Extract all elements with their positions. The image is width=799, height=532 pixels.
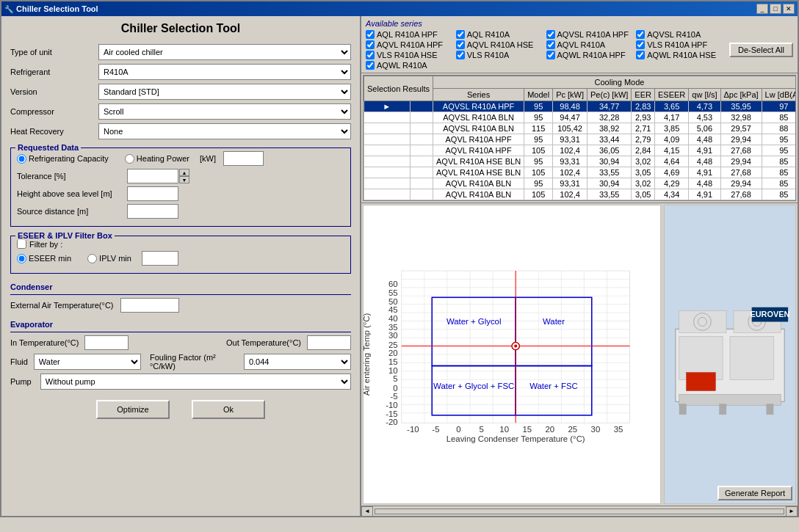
bottom-scrollbar[interactable]: ◄ ► xyxy=(361,506,798,516)
row-spacer xyxy=(410,145,433,156)
ok-button[interactable]: Ok xyxy=(192,400,265,419)
pump-row: Pump Without pump xyxy=(10,374,351,390)
type-of-unit-select[interactable]: Air cooled chiller xyxy=(98,44,351,60)
row-spacer xyxy=(410,101,433,112)
heating-power-radio[interactable]: Heating Power xyxy=(125,154,189,164)
cell-series: AQVL R410A BLN xyxy=(433,178,524,189)
table-row[interactable]: AQVL R410A HSE BLN9593,3130,943,024,644,… xyxy=(364,156,797,167)
svg-text:-20: -20 xyxy=(386,418,397,426)
series-checkbox-vls-hpf[interactable] xyxy=(636,40,645,49)
cell-eer: 3,05 xyxy=(632,189,655,200)
svg-text:20: 20 xyxy=(388,349,398,357)
out-temp-input[interactable]: 7 xyxy=(307,335,351,350)
col-eer: EER xyxy=(632,89,655,101)
scroll-left-btn[interactable]: ◄ xyxy=(361,506,373,517)
table-row[interactable]: AQVL R410A HPF9593,3133,442,794,094,4829… xyxy=(364,134,797,145)
chiller-photo-area: EUROVEN Generate Report xyxy=(664,205,796,504)
scroll-right-btn[interactable]: ► xyxy=(786,506,798,517)
version-select[interactable]: Standard [STD] xyxy=(98,84,351,100)
external-air-temp-input[interactable]: 35 xyxy=(120,298,179,313)
row-spacer xyxy=(410,112,433,123)
main-window: 🔧 Chiller Selection Tool _ □ ✕ Chiller S… xyxy=(0,0,799,517)
cell-pe_c_kw: 38,92 xyxy=(588,123,632,134)
cell-series: AQVL R410A HPF xyxy=(433,145,524,156)
series-label-aql-hpf: AQL R410A HPF xyxy=(377,30,438,39)
table-row[interactable]: AQVSL R410A BLN115105,4238,922,713,855,0… xyxy=(364,123,797,134)
minimize-button[interactable]: _ xyxy=(756,4,768,14)
table-row[interactable]: AQVSL R410A BLN9594,4732,282,934,174,533… xyxy=(364,112,797,123)
deselect-all-button[interactable]: De-Select All xyxy=(729,43,793,57)
tolerance-input[interactable]: 10 xyxy=(127,169,178,183)
svg-rect-80 xyxy=(687,373,716,391)
series-checkbox-vls-hse[interactable] xyxy=(366,51,375,59)
series-item-aqvl-hpf: AQVL R410A HPF xyxy=(366,40,453,49)
tolerance-label: Tolerance [%] xyxy=(17,172,127,181)
cell-model: 95 xyxy=(524,112,553,123)
series-checkbox-aql-hpf[interactable] xyxy=(366,30,375,39)
svg-text:35: 35 xyxy=(614,425,623,434)
col-deltapc: Δpc [kPa] xyxy=(720,89,762,101)
svg-text:Water: Water xyxy=(543,317,565,326)
series-checkbox-aqvsl-hpf[interactable] xyxy=(546,30,555,39)
series-checkbox-aqwl[interactable] xyxy=(366,61,375,70)
row-spacer xyxy=(410,156,433,167)
table-row[interactable]: AQVL R410A BLN105102,433,553,054,344,912… xyxy=(364,189,797,200)
cell-pc_kw: 94,47 xyxy=(553,112,588,123)
series-checkbox-aqwl-hse[interactable] xyxy=(636,51,645,59)
heat-recovery-label: Heat Recovery xyxy=(10,127,98,136)
cell-qw_ls: 5,06 xyxy=(689,123,720,134)
fluid-select[interactable]: Water xyxy=(34,354,141,370)
svg-text:45: 45 xyxy=(388,305,398,314)
table-row[interactable]: AQVL R410A BLN9593,3130,943,024,294,4829… xyxy=(364,178,797,189)
heat-recovery-select[interactable]: None xyxy=(98,123,351,139)
series-checkbox-aqvsl[interactable] xyxy=(636,30,645,39)
cell-qw_ls: 4,48 xyxy=(689,156,720,167)
maximize-button[interactable]: □ xyxy=(770,4,781,14)
optimize-button[interactable]: Optimize xyxy=(96,400,170,419)
refrigerant-select[interactable]: R410A xyxy=(98,64,351,80)
cell-eer: 2,71 xyxy=(632,123,655,134)
svg-text:40: 40 xyxy=(388,314,398,323)
fouling-factor-select[interactable]: 0.044 xyxy=(244,354,351,370)
in-temp-input[interactable]: 12 xyxy=(84,335,129,350)
series-checkbox-aqvl[interactable] xyxy=(546,40,555,49)
close-button[interactable]: ✕ xyxy=(783,4,795,14)
series-item-aqvl-hse: AQVL R410A HSE xyxy=(456,40,543,49)
tolerance-up-btn[interactable]: ▲ xyxy=(179,169,189,176)
iplv-min-radio[interactable]: IPLV min xyxy=(87,254,131,263)
capacity-input[interactable]: 100 xyxy=(223,151,264,166)
series-checkbox-vls[interactable] xyxy=(456,51,465,59)
source-distance-input[interactable]: 10 xyxy=(127,204,178,219)
eseer-iplv-row: ESEER min IPLV min 2 xyxy=(17,251,344,266)
filter-value-input[interactable]: 2 xyxy=(142,251,178,266)
eseer-min-radio[interactable]: ESEER min xyxy=(17,254,71,263)
height-input[interactable]: 0 xyxy=(127,186,178,201)
series-checkbox-aql[interactable] xyxy=(456,30,465,39)
svg-text:-5: -5 xyxy=(432,425,439,434)
table-row[interactable]: AQVL R410A HPF105102,436,052,844,154,912… xyxy=(364,145,797,156)
external-air-temp-row: External Air Temperature(°C) 35 xyxy=(10,298,351,313)
chart-area: Water + Glycol Water Water + Glycol + FS… xyxy=(363,205,661,504)
type-of-unit-row: Type of unit Air cooled chiller xyxy=(10,44,351,60)
filter-by-checkbox[interactable] xyxy=(17,239,26,249)
svg-text:Air entering Temp (°C): Air entering Temp (°C) xyxy=(364,313,371,396)
generate-report-button[interactable]: Generate Report xyxy=(717,486,792,500)
cell-pe_c_kw: 33,55 xyxy=(588,189,632,200)
cell-pc_kw: 93,31 xyxy=(553,134,588,145)
series-label-vls-hpf: VLS R410A HPF xyxy=(647,40,707,49)
series-checkbox-aqwl-hpf[interactable] xyxy=(546,51,555,59)
table-row[interactable]: AQVL R410A HSE BLN105102,433,553,054,694… xyxy=(364,167,797,178)
pump-select[interactable]: Without pump xyxy=(40,374,351,390)
tolerance-down-btn[interactable]: ▼ xyxy=(179,176,189,183)
svg-rect-72 xyxy=(679,311,726,333)
table-row[interactable]: ►AQVSL R410A HPF9598,4834,772,833,654,73… xyxy=(364,101,797,112)
cell-pc_kw: 93,31 xyxy=(553,156,588,167)
series-checkbox-aqvl-hse[interactable] xyxy=(456,40,465,49)
refrigerating-capacity-radio[interactable]: Refrigerating Capacity xyxy=(17,154,109,164)
series-checkbox-aqvl-hpf[interactable] xyxy=(366,40,375,49)
cell-delta_pc_kpa: 29,94 xyxy=(720,134,762,145)
eseer-filter-title: ESEER & IPLV Filter Box xyxy=(15,231,115,240)
refrigerant-label: Refrigerant xyxy=(10,68,98,76)
compressor-select[interactable]: Scroll xyxy=(98,103,351,120)
row-arrow xyxy=(364,189,411,200)
